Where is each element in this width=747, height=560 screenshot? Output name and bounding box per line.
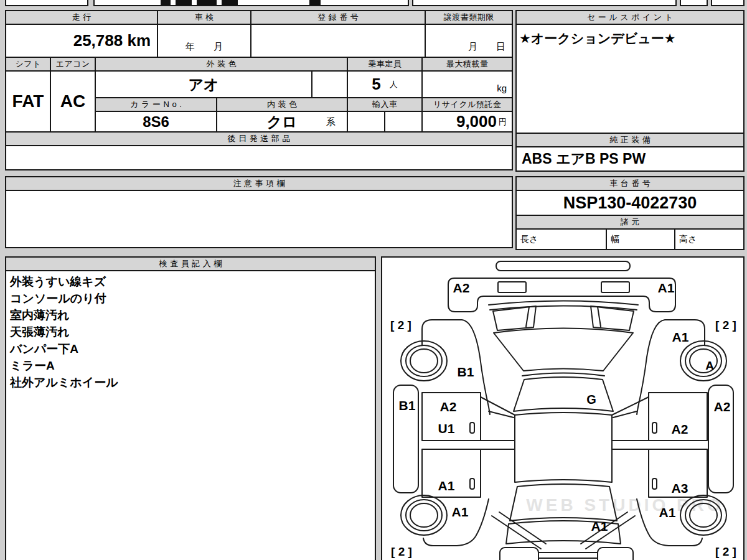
color-no-header-label: カラーNo. (128, 99, 185, 110)
shift-text: FAT (12, 91, 44, 111)
door-handle (470, 422, 474, 433)
damage-label: A3 (672, 481, 688, 495)
cropped-row-cell (5, 0, 88, 6)
capacity-value: 5 人 (347, 70, 423, 98)
inspector-item: 天張薄汚れ (10, 324, 118, 340)
a-pillar-right (612, 397, 649, 415)
chassis-header: 車台番号 (515, 176, 745, 191)
damage-label: [ 2 ] (715, 319, 736, 332)
recycle-value: 9,000 円 (421, 111, 513, 133)
exterior-color-extra-cell (311, 70, 348, 98)
shift-header-label: シフト (15, 58, 41, 70)
damage-label: A1 (591, 519, 608, 533)
notes-body (5, 190, 513, 248)
damage-label: A2 (672, 422, 688, 436)
front-bumper (448, 278, 675, 312)
import-header-label: 輸入車 (372, 99, 397, 110)
inspector-item: コンソールのり付 (10, 290, 118, 307)
transfer-header-label: 譲渡書類期限 (443, 12, 494, 23)
interior-color-text: クロ (266, 112, 297, 132)
spec-length-label: 長さ (520, 234, 538, 245)
interior-color-header-label: 内装色 (264, 99, 299, 110)
damage-label: [ 2 ] (390, 319, 411, 332)
wheel-front-right (680, 341, 726, 381)
damage-label: A2 (453, 281, 470, 295)
color-no-header: カラーNo. (95, 97, 217, 112)
damage-label: A1 (452, 505, 469, 519)
capacity-unit: 人 (390, 79, 398, 90)
door-handle (652, 478, 657, 489)
wheel-front-left (401, 341, 447, 381)
payload-value: kg (421, 70, 513, 98)
aircon-value: AC (50, 70, 96, 133)
cropped-text-fragment (197, 0, 217, 5)
registration-value (250, 24, 426, 58)
specs-header: 諸元 (515, 215, 745, 230)
auction-sheet: 走行 車検 登録番号 譲渡書類期限 25,788 km 年 月 月 日 シフト … (0, 0, 747, 560)
shaken-text: 年 月 (186, 41, 223, 53)
recycle-header: リサイクル預託金 (421, 97, 513, 112)
damage-label: B1 (399, 398, 416, 413)
bumper-inset-left (498, 282, 526, 292)
exterior-color-text: アオ (188, 75, 218, 95)
aircon-header: エアコン (50, 57, 96, 72)
headlight-right (591, 306, 634, 330)
cropped-row-cell (93, 0, 409, 6)
inspector-item: 外装うすい線キズ (10, 273, 118, 290)
cropped-row-cell (680, 0, 708, 6)
cropped-text-fragment (222, 0, 238, 5)
shaken-value: 年 月 (157, 24, 251, 58)
later-parts-header-label: 後日発送部品 (225, 133, 293, 144)
damage-label: B1 (458, 365, 474, 379)
door-gap-right (612, 441, 649, 449)
inspector-item: 社外アルミホイール (10, 374, 118, 391)
transfer-deadline-value: 月 日 (425, 24, 513, 58)
spec-length-cell: 長さ (515, 228, 607, 250)
mileage-header-label: 走行 (69, 12, 94, 23)
inspector-item: バンパー下A (10, 340, 118, 357)
damage-label: A (705, 359, 714, 372)
inspector-item: ミラーA (10, 357, 118, 374)
rear-bumper-left (500, 548, 538, 560)
rear-bumper-right (598, 548, 633, 560)
front-bumper-strip (496, 261, 630, 271)
hood (494, 329, 633, 371)
watermark-text: WEB STUDIO PRO (526, 495, 723, 515)
wheel-rear-left (401, 495, 447, 535)
chassis-value: NSP130-4022730 (515, 190, 745, 216)
interior-color-suffix: 系 (326, 116, 336, 128)
import-cell-1 (347, 111, 385, 133)
exterior-color-header: 外装色 (95, 57, 348, 72)
bumper-inset-right (601, 282, 629, 292)
spec-height-label: 高さ (679, 234, 697, 245)
damage-label: U1 (438, 421, 455, 436)
inspector-header-label: 検査員記入欄 (156, 258, 225, 269)
damage-diagram-panel: WEB STUDIO PRO (381, 256, 745, 560)
sales-point-text: ★オークションデビュー★ (519, 30, 676, 47)
damage-label: A2 (440, 399, 457, 414)
shaken-header-label: 車検 (192, 12, 217, 23)
headlight-left (493, 306, 536, 330)
chassis-header-label: 車台番号 (607, 178, 654, 189)
spec-width-cell: 幅 (606, 228, 675, 250)
transfer-deadline-header: 譲渡書類期限 (425, 10, 513, 25)
cropped-text-fragment (161, 0, 171, 5)
import-cell-2 (384, 111, 423, 133)
exterior-color-value: アオ (95, 70, 312, 98)
chassis-number-text: NSP130-4022730 (563, 194, 697, 213)
registration-header-label: 登録番号 (315, 12, 362, 23)
windshield (514, 377, 613, 411)
car-damage-diagram: WEB STUDIO PRO (382, 258, 743, 560)
inspector-body: 外装うすい線キズ コンソールのり付 室内薄汚れ 天張薄汚れ バンパー下A ミラー… (5, 270, 376, 560)
sales-point-body: ★オークションデビュー★ (515, 24, 745, 134)
shift-value: FAT (5, 70, 51, 133)
import-header: 輸入車 (347, 97, 423, 112)
headlight-left-line (526, 307, 529, 327)
spec-width-label: 幅 (611, 234, 619, 245)
payload-header: 最大積載量 (421, 57, 513, 72)
cropped-row-cell (711, 0, 745, 6)
damage-label: A1 (672, 330, 689, 344)
notes-header-label: 注意事項欄 (230, 178, 288, 189)
later-parts-header: 後日発送部品 (5, 131, 513, 146)
damage-label: [ 2 ] (391, 545, 412, 558)
